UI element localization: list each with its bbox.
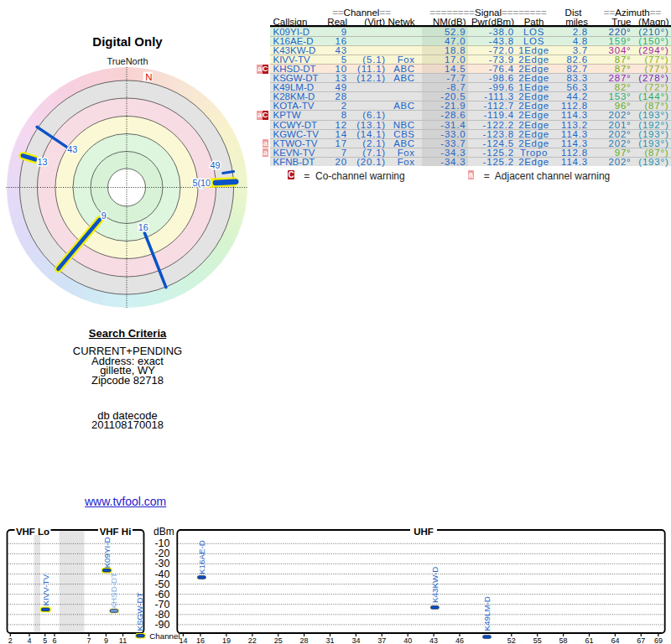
svg-text:22: 22: [248, 636, 257, 644]
svg-text:-90: -90: [154, 619, 169, 631]
svg-text:UHF: UHF: [414, 527, 434, 537]
svg-text:4: 4: [27, 636, 31, 644]
svg-text:28: 28: [300, 636, 309, 644]
svg-text:67: 67: [637, 636, 645, 644]
svg-text:KSGW-DT: KSGW-DT: [135, 592, 144, 631]
svg-text:19: 19: [222, 636, 231, 644]
svg-text:VHF Lo: VHF Lo: [16, 527, 49, 537]
svg-text:11: 11: [119, 636, 127, 644]
svg-text:K43KW-D: K43KW-D: [430, 567, 440, 603]
svg-text:43: 43: [67, 144, 77, 154]
svg-text:25: 25: [274, 636, 283, 644]
svg-text:13: 13: [37, 157, 47, 167]
svg-text:Channel: Channel: [149, 631, 180, 641]
svg-text:VHF Hi: VHF Hi: [100, 527, 132, 537]
svg-text:9: 9: [104, 636, 108, 644]
svg-text:64: 64: [611, 636, 619, 644]
svg-text:KHSD-DT: KHSD-DT: [109, 573, 118, 610]
svg-text:K09YI-D: K09YI-D: [102, 537, 112, 568]
svg-text:55: 55: [533, 636, 542, 644]
svg-text:43: 43: [429, 636, 438, 644]
svg-text:9: 9: [101, 210, 107, 221]
svg-text:5: 5: [43, 636, 47, 644]
svg-text:6: 6: [52, 636, 56, 644]
svg-text:KIVV-TV: KIVV-TV: [41, 574, 50, 605]
svg-text:K49LM-D: K49LM-D: [482, 596, 492, 631]
svg-text:34: 34: [351, 636, 360, 644]
svg-text:40: 40: [403, 636, 412, 644]
svg-text:69: 69: [654, 636, 663, 644]
svg-text:K16AE-D: K16AE-D: [197, 540, 206, 574]
svg-text:61: 61: [585, 636, 593, 644]
svg-text:58: 58: [559, 636, 568, 644]
svg-text:5(10: 5(10: [192, 178, 211, 188]
svg-text:dBm: dBm: [153, 526, 174, 538]
svg-text:7: 7: [86, 636, 91, 644]
svg-text:37: 37: [377, 636, 386, 644]
svg-text:49: 49: [210, 160, 220, 170]
svg-text:16: 16: [138, 222, 148, 232]
svg-text:52: 52: [507, 636, 516, 644]
svg-text:2: 2: [8, 636, 13, 644]
svg-text:46: 46: [455, 636, 464, 644]
svg-text:16: 16: [196, 636, 205, 644]
svg-text:31: 31: [325, 636, 334, 644]
svg-text:N: N: [145, 72, 152, 82]
svg-text:14: 14: [179, 636, 187, 644]
